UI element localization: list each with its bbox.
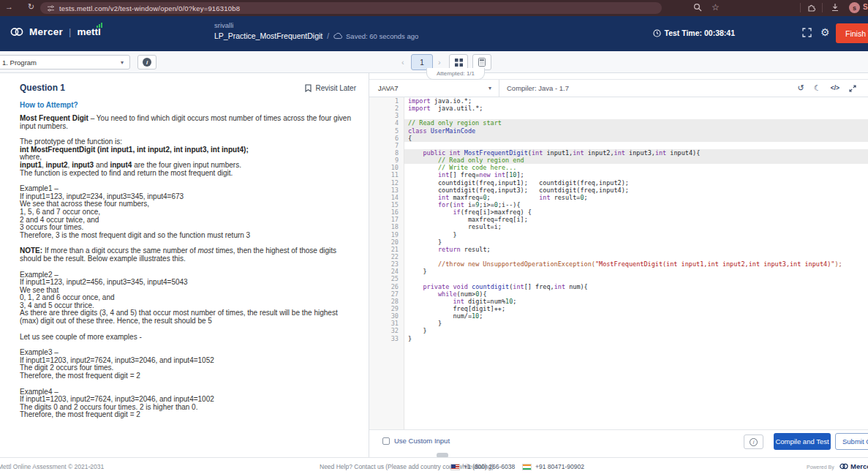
code-line: 28 int digit=num%10; [369,298,868,305]
editor-panel: JAVA7 ▾ Compiler: Java - 1.7 ↺ ☾ </> 1im… [369,73,868,457]
powered-by-label: Powered By [807,464,834,470]
next-question-icon[interactable]: › [438,58,441,67]
code-line: 15 for(int i=9;i>=0;i--){ [369,201,868,208]
reset-code-icon[interactable]: ↺ [798,84,804,92]
mercer-logo-icon [839,463,848,470]
fullscreen-icon[interactable] [802,28,812,37]
footer: Mettl Online Assessment © 2021-2031 ⌄ Ne… [0,457,868,474]
editor-header: JAVA7 ▾ Compiler: Java - 1.7 ↺ ☾ </> [369,79,868,97]
mettl-logo-bars [97,23,102,28]
code-line: 23 //throw new UnsupportedOperationExcep… [369,260,868,268]
code-line: 25 [369,275,868,282]
grid-icon [455,59,463,67]
save-status: Saved: 60 seconds ago [333,32,418,40]
calculator-icon [478,58,486,67]
prev-question-icon[interactable]: ‹ [401,58,404,67]
compiler-label: Compiler: Java - 1.7 [499,84,798,92]
info-icon: i [143,58,151,67]
code-line: 5class UserMainCode [369,127,868,135]
how-to-attempt-link[interactable]: How to Attempt? [20,101,78,109]
code-line: 27 while(num>0){ [369,290,868,298]
question-title: Question 1 [20,83,65,93]
search-icon[interactable] [693,3,702,12]
code-line: 21 return result; [369,246,868,253]
code-line: 8 public int MostFrequentDigit(int input… [369,149,868,157]
chevron-down-icon: ▾ [121,59,124,66]
test-info: srivalli LP_Practice_MostFrequentDigit /… [214,21,418,40]
code-line: 1import java.io.*; [369,97,868,105]
extensions-icon[interactable] [807,3,816,12]
question-block: Example1 –If input1=123, input2=234, inp… [20,185,357,239]
code-line: 31 } [369,320,868,327]
code-line: 24 } [369,268,868,275]
test-timer: Test Time: 00:38:41 [653,29,736,37]
code-line: 33} [369,335,868,342]
question-block: Example2 –If input1=123, input2=456, inp… [20,271,357,326]
code-line: 3 [369,112,868,119]
browser-chrome: → ↻ tests.mettl.com/v2/test-window/open/… [0,0,868,16]
code-line: 29 freq[digit]++; [369,305,868,312]
question-block: Example4 –If input1=1203, input2=7624, i… [20,388,357,419]
code-line: 17 maxfreq=freq[i]; [369,216,868,223]
section-dropdown[interactable]: 1. Program ▾ [0,55,130,69]
code-line: 18 result=i; [369,223,868,230]
code-line: 12 countdigit(freq,input1); countdigit(f… [369,179,868,187]
question-body: Most Frequent Digit – You need to find w… [20,115,357,427]
cloud-saved-icon [333,32,343,40]
url-text: tests.mettl.com/v2/test-window/open/0/0?… [59,4,240,12]
info-icon: i [750,438,758,446]
code-line: 11 int[] freq=new int[10]; [369,171,868,178]
language-dropdown[interactable]: JAVA7 ▾ [369,80,499,97]
code-line: 13 countdigit(freq,input3); countdigit(f… [369,187,868,194]
section-info-button[interactable]: i [137,55,156,69]
code-line: 26 private void countdigit(int[] freq,in… [369,283,868,290]
us-flag-icon [450,464,460,470]
separator: / [327,32,329,40]
code-line: 22 [369,253,868,260]
address-bar[interactable]: tests.mettl.com/v2/test-window/open/0/0?… [40,2,662,14]
site-settings-icon[interactable] [48,5,54,12]
code-line: 20 } [369,238,868,246]
test-window: → ↻ tests.mettl.com/v2/test-window/open/… [0,0,868,474]
question-block: Example3 –If input1=1203, input2=7624, i… [20,349,357,380]
code-editor[interactable]: 1import java.io.*;2import java.util.*;34… [369,97,868,430]
code-line: 14 int maxfreq=0; int result=0; [369,194,868,201]
download-icon[interactable] [831,3,839,12]
code-line: 30 num/=10; [369,312,868,320]
format-code-icon[interactable]: </> [831,84,839,92]
compile-and-test-button[interactable]: Compile and Test [774,433,831,450]
us-phone: +1 (800) 266-6038 [450,463,515,470]
attempted-badge: Attempted: 1/1 [426,68,485,80]
candidate-name: srivalli [214,21,418,30]
chevron-down-icon: ⌄ [88,463,92,469]
chevron-down-icon: ▾ [488,85,491,91]
app-header: Mercer | mettl srivalli LP_Practice_Most… [0,16,868,51]
expand-editor-icon[interactable] [849,85,856,92]
editor-bottom-bar: Use Custom Input i Compile and Test Subm… [369,429,868,452]
settings-gear-icon[interactable]: ⚙ [820,26,830,38]
use-custom-input-toggle[interactable]: Use Custom Input [382,437,450,445]
compile-info-button[interactable]: i [744,434,763,449]
india-phone: +91 80471-90902 [522,463,584,470]
custom-input-checkbox[interactable] [382,437,390,445]
bookmark-star-icon[interactable]: ☆ [712,2,720,12]
browser-profile-avatar[interactable]: s [849,2,860,13]
mercer-wordmark: Mercer [29,26,63,37]
mercer-logo-icon [10,27,23,37]
code-line: 4// Read only region start [369,119,868,127]
forward-icon[interactable]: → [5,2,13,11]
code-line: 10 // Write code here... [369,164,868,171]
revisit-later-button[interactable]: Revisit Later [305,84,356,92]
india-flag-icon [522,464,532,470]
main-content: Question 1 Revisit Later How to Attempt?… [0,73,868,457]
code-line: 6{ [369,135,868,142]
bookmark-icon [305,84,312,92]
finish-test-button[interactable]: Finish Test [836,23,868,43]
question-block: The prototype of the function is:int Mos… [20,138,357,177]
divider [800,3,801,12]
theme-toggle-icon[interactable]: ☾ [814,84,821,92]
reload-icon[interactable]: ↻ [28,2,34,12]
submit-code-button[interactable]: Submit Code [835,433,868,450]
powered-by-logo: Mercer [839,462,868,470]
code-line: 7 [369,142,868,149]
